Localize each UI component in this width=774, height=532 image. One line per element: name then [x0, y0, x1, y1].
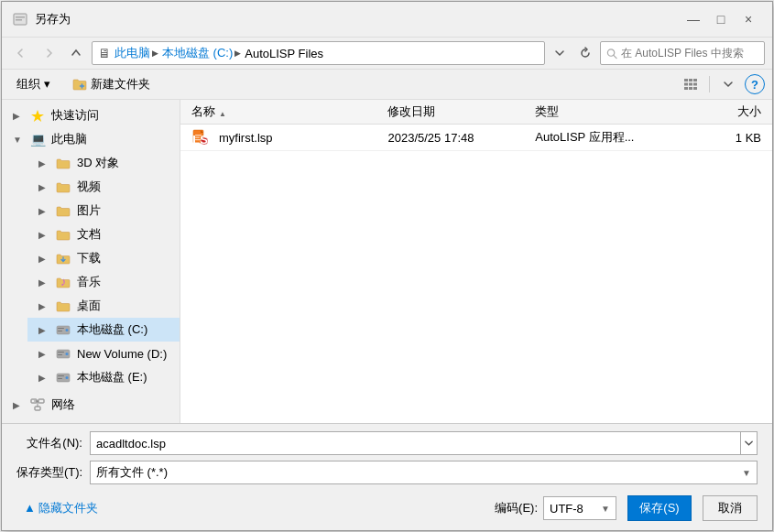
breadcrumb-dropdown-button[interactable]: [549, 42, 571, 64]
svg-rect-11: [689, 83, 692, 86]
filetype-arrow: ▼: [742, 468, 751, 478]
svg-rect-14: [689, 87, 692, 90]
sidebar-item-network[interactable]: ▶ 网络: [2, 393, 180, 417]
search-input[interactable]: [621, 47, 758, 60]
pc-label: 此电脑: [51, 131, 172, 147]
video-label: 视频: [77, 179, 172, 195]
breadcrumb-drive[interactable]: 本地磁盘 (C:) ▶: [162, 45, 241, 61]
view-dropdown-icon: [723, 79, 734, 90]
refresh-icon: [579, 47, 592, 60]
folder-picture-icon: [56, 204, 71, 217]
breadcrumb-bar: 🖥 此电脑 ▶ 本地磁盘 (C:) ▶ AutoLISP Files: [92, 41, 545, 65]
c-drive-icon: [55, 324, 71, 336]
filetype-row: 保存类型(T): 所有文件 (*.*) ▼: [16, 461, 758, 484]
col-type-header[interactable]: 类型: [535, 103, 682, 120]
svg-rect-21: [58, 331, 62, 331]
view-toggle-button[interactable]: [678, 73, 703, 95]
close-button[interactable]: ×: [736, 9, 761, 29]
hide-folders-button[interactable]: ▲ 隐藏文件夹: [16, 496, 105, 520]
folder-desktop-icon: [56, 299, 71, 312]
svg-line-4: [614, 55, 616, 58]
cancel-button[interactable]: 取消: [703, 495, 758, 521]
svg-rect-2: [16, 19, 22, 21]
sidebar-item-music[interactable]: ▶ ♪ 音乐: [27, 270, 180, 294]
nav-toolbar: 🖥 此电脑 ▶ 本地磁盘 (C:) ▶ AutoLISP Files: [2, 38, 772, 70]
up-button[interactable]: [64, 42, 88, 64]
sidebar-item-doc[interactable]: ▶ 文档: [27, 223, 180, 246]
view-dropdown-button[interactable]: [715, 73, 741, 95]
filetype-label: 保存类型(T):: [16, 464, 90, 481]
sidebar-item-e-drive[interactable]: ▶ 本地磁盘 (E:): [27, 365, 180, 389]
svg-point-23: [66, 353, 69, 355]
file-size-cell: 1 KB: [682, 131, 761, 145]
hdd-e-icon: [56, 372, 71, 384]
d-drive-label: New Volume (D:): [77, 347, 172, 361]
svg-marker-16: [31, 110, 44, 122]
minimize-button[interactable]: —: [681, 9, 706, 29]
svg-rect-9: [693, 79, 697, 81]
forward-button[interactable]: [37, 42, 60, 64]
c-drive-arrow: ▶: [38, 325, 49, 335]
c-drive-label: 本地磁盘 (C:): [77, 321, 172, 338]
organize-button[interactable]: 组织 ▾: [9, 73, 58, 95]
3d-label: 3D 对象: [77, 155, 172, 171]
sidebar-item-download[interactable]: ▶ 下载: [27, 246, 180, 270]
svg-rect-32: [35, 407, 40, 410]
help-button[interactable]: ?: [745, 74, 765, 94]
sidebar-item-c-drive[interactable]: ▶ 本地磁盘 (C:): [27, 318, 180, 342]
network-label: 网络: [51, 396, 172, 413]
col-name-header[interactable]: 名称: [191, 103, 387, 120]
table-row[interactable]: LSP myfirst.lsp 2023/5/25 17:48 AutoLISP…: [180, 125, 772, 151]
breadcrumb-current: AutoLISP Files: [245, 47, 323, 60]
quick-access-label: 快速访问: [51, 107, 172, 124]
svg-point-19: [66, 329, 69, 331]
svg-rect-1: [16, 16, 25, 18]
download-icon: [55, 252, 71, 265]
svg-rect-28: [58, 375, 64, 376]
save-button[interactable]: 保存(S): [627, 495, 692, 521]
back-button[interactable]: [9, 42, 33, 64]
svg-rect-15: [693, 87, 697, 90]
sidebar-item-pc[interactable]: ▼ 💻 此电脑: [2, 127, 180, 151]
filename-input[interactable]: [90, 431, 741, 455]
network-icon: [29, 398, 46, 411]
file-icon: LSP: [191, 129, 208, 146]
encoding-arrow: ▼: [601, 504, 610, 514]
breadcrumb-pc[interactable]: 此电脑 ▶: [114, 45, 158, 61]
refresh-button[interactable]: [574, 42, 596, 64]
sidebar-item-quick-access[interactable]: ▶ 快速访问: [2, 103, 180, 127]
d-drive-arrow: ▶: [38, 349, 49, 359]
save-dialog: 另存为 — □ × 🖥 此电脑: [1, 1, 773, 531]
col-date-header[interactable]: 修改日期: [387, 103, 535, 120]
sidebar-item-3d[interactable]: ▶ 3D 对象: [27, 151, 180, 175]
video-arrow: ▶: [38, 182, 49, 192]
back-icon: [16, 48, 27, 59]
col-size-header[interactable]: 大小: [682, 103, 761, 120]
dropdown-icon: [553, 47, 566, 60]
bottom-area: 文件名(N): 保存类型(T): 所有文件 (*.*) ▼ ▲ 隐藏文件夹 编码…: [2, 423, 772, 530]
sidebar-item-desktop[interactable]: ▶ 桌面: [27, 294, 180, 318]
folder-3d-icon: [56, 157, 71, 169]
e-drive-icon: [55, 372, 71, 384]
sidebar-item-picture[interactable]: ▶ 图片: [27, 199, 180, 223]
footer-bar: ▲ 隐藏文件夹 编码(E): UTF-8 ▼ 保存(S) 取消: [16, 490, 758, 523]
filetype-dropdown[interactable]: 所有文件 (*.*) ▼: [90, 461, 758, 484]
svg-text:LSP: LSP: [192, 133, 208, 146]
title-bar-left: 另存为: [13, 11, 71, 27]
quick-access-icon: [29, 109, 46, 122]
up-icon: [71, 48, 82, 59]
star-icon: [30, 109, 45, 122]
network-arrow: ▶: [13, 400, 24, 410]
sidebar-item-d-drive[interactable]: ▶ New Volume (D:): [27, 342, 180, 365]
maximize-button[interactable]: □: [708, 9, 734, 29]
encoding-select[interactable]: UTF-8 ▼: [543, 496, 616, 520]
sort-arrow: [219, 105, 226, 119]
file-name-cell: LSP myfirst.lsp: [191, 129, 387, 146]
pc-folder-icon: 🖥: [98, 46, 111, 60]
quick-access-arrow: ▶: [13, 111, 24, 121]
svg-rect-29: [58, 378, 62, 379]
folder-doc-icon: [56, 228, 71, 241]
new-folder-button[interactable]: 新建文件夹: [65, 73, 158, 95]
sidebar-item-video[interactable]: ▶ 视频: [27, 175, 180, 199]
folder-video-icon: [56, 180, 71, 193]
